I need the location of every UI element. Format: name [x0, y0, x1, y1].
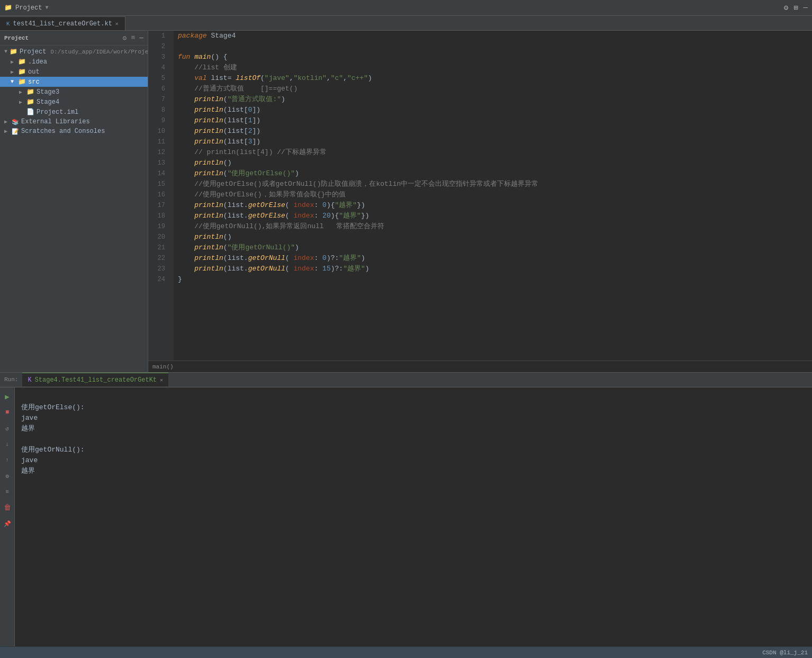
title-bar-project[interactable]: 📁 Project ▼ — [4, 4, 48, 12]
run-panel-sidebar: ▶ ■ ↺ ↓ ↑ ⚙ ≡ 🗑 📌 — [0, 387, 15, 646]
code-line: println(list[3]) — [178, 137, 808, 147]
code-line: println("普通方式取值:") — [178, 94, 808, 105]
line-number: 16 — [148, 190, 169, 200]
sidebar-item-project[interactable]: ▼ 📁 Project D:/study_app/IDEA/work/Proje… — [0, 47, 148, 57]
code-line: //list 创建 — [178, 62, 808, 73]
output-line: 越界 — [21, 466, 806, 476]
src-folder-icon: 📁 — [18, 78, 26, 86]
settings-icon[interactable]: ⚙ — [784, 3, 788, 12]
code-line: //使用getOrElse()，如果异常值会取{}中的值 — [178, 190, 808, 200]
line-number: 5 — [148, 73, 169, 84]
arrow-icon: ▶ — [4, 128, 10, 134]
line-number: 2 — [148, 41, 169, 52]
code-line: //普通方式取值 []==get() — [178, 84, 808, 94]
code-line: println(list.getOrElse( index: 20){"越界"}… — [178, 211, 808, 221]
run-play-button[interactable]: ▶ — [2, 391, 13, 402]
iml-file-icon: 📄 — [26, 108, 34, 116]
line-number: 6 — [148, 84, 169, 94]
sidebar-item-label: Scratches and Consoles — [21, 128, 105, 135]
code-line: println(list[1]) — [178, 115, 808, 126]
sidebar-gear-icon[interactable]: ⚙ — [123, 34, 127, 42]
sidebar-item-label: Stage4 — [37, 98, 59, 106]
sidebar-minimize-icon[interactable]: — — [139, 34, 143, 42]
output-line: jave — [21, 413, 806, 423]
arrow-icon: ▼ — [11, 79, 16, 85]
code-line: package Stage4 — [178, 31, 808, 41]
sidebar-header: Project ⚙ ≡ — — [0, 31, 148, 46]
stage4-folder-icon: 📁 — [26, 98, 34, 106]
line-number: 23 — [148, 264, 169, 274]
code-line: println("使用getOrElse()") — [178, 168, 808, 179]
line-number: 21 — [148, 242, 169, 253]
run-label: Run: — [4, 376, 18, 383]
line-number: 4 — [148, 62, 169, 73]
sidebar-item-stage3[interactable]: ▶ 📁 Stage3 — [0, 87, 148, 97]
code-line — [178, 41, 808, 52]
scratches-icon: 📝 — [12, 128, 19, 135]
breadcrumb: main() — [152, 364, 174, 370]
code-line: println(list[0]) — [178, 105, 808, 115]
run-clear-button[interactable]: 🗑 — [2, 502, 13, 513]
run-tab-main[interactable]: K Stage4.Test41_list_createOrGetKt ✕ — [22, 373, 168, 386]
line-number: 15 — [148, 179, 169, 190]
run-scroll-start-button[interactable]: ↑ — [2, 454, 13, 466]
sidebar-expand-icon[interactable]: ≡ — [131, 34, 135, 42]
sidebar-item-path: D:/study_app/IDEA/work/Project — [50, 49, 148, 55]
output-line: 越界 — [21, 423, 806, 434]
code-line: // println(list[4]) //下标越界异常 — [178, 147, 808, 158]
kotlin-file-icon: K — [6, 21, 10, 27]
line-number: 17 — [148, 200, 169, 211]
sidebar-tree: ▼ 📁 Project D:/study_app/IDEA/work/Proje… — [0, 46, 148, 372]
output-line: 使用getOrNull(): — [21, 445, 806, 455]
arrow-icon: ▶ — [11, 59, 16, 65]
sidebar-item-label: Project — [20, 48, 46, 56]
arrow-icon: ▶ — [19, 99, 24, 105]
code-line: fun main() { — [178, 52, 808, 62]
line-number: 19 — [148, 221, 169, 232]
sidebar-item-label: External Libraries — [21, 118, 90, 125]
tab-label: test41_list_createOrGet.kt — [13, 20, 112, 28]
editor-tab-main[interactable]: K test41_list_createOrGet.kt ✕ — [0, 16, 125, 30]
code-line: val list= listOf("jave","kotlin","c","c+… — [178, 73, 808, 84]
arrow-icon: ▶ — [19, 89, 24, 95]
sidebar-item-stage4[interactable]: ▶ 📁 Stage4 — [0, 97, 148, 107]
layout-icon[interactable]: ⊞ — [793, 3, 798, 12]
sidebar-item-label: Stage3 — [37, 88, 59, 96]
arrow-icon: ▶ — [4, 119, 10, 125]
sidebar-title: Project — [4, 35, 29, 41]
sidebar-item-scratches[interactable]: ▶ 📝 Scratches and Consoles — [0, 127, 148, 136]
run-rerun-button[interactable]: ↺ — [2, 422, 13, 434]
code-editor[interactable]: package Stage4fun main() { //list 创建 val… — [174, 31, 812, 360]
dropdown-icon: ▼ — [45, 5, 48, 11]
sidebar-item-ext-libs[interactable]: ▶ 📚 External Libraries — [0, 117, 148, 127]
editor-area: 12▶3456789101112131415161718192021222324… — [148, 31, 812, 372]
run-tab-close[interactable]: ✕ — [160, 377, 163, 383]
sidebar: Project ⚙ ≡ — ▼ 📁 Project D:/study_app/I… — [0, 31, 148, 372]
line-number: ▶3 — [148, 52, 169, 62]
run-filter-button[interactable]: ≡ — [2, 486, 13, 498]
sidebar-item-project-iml[interactable]: ▶ 📄 Project.iml — [0, 107, 148, 117]
run-scroll-end-button[interactable]: ↓ — [2, 438, 13, 450]
line-number: 10 — [148, 126, 169, 137]
code-container[interactable]: 12▶3456789101112131415161718192021222324… — [148, 31, 812, 360]
run-output: 使用getOrElse():jave越界使用getOrNull():jave越界 — [15, 387, 812, 646]
run-settings-button[interactable]: ⚙ — [2, 470, 13, 482]
run-panel: ▶ ■ ↺ ↓ ↑ ⚙ ≡ 🗑 📌 使用getOrElse():jave越界使用… — [0, 387, 812, 646]
code-line: println(list[2]) — [178, 126, 808, 137]
line-number: 7 — [148, 94, 169, 105]
title-bar-actions: ⚙ ⊞ — — [784, 3, 808, 12]
line-number: 22 — [148, 253, 169, 264]
run-stop-button[interactable]: ■ — [2, 407, 13, 418]
tab-close-button[interactable]: ✕ — [115, 21, 119, 27]
ext-lib-icon: 📚 — [12, 119, 19, 125]
line-number: 1 — [148, 31, 169, 41]
sidebar-item-idea[interactable]: ▶ 📁 .idea — [0, 57, 148, 67]
code-line: println() — [178, 158, 808, 168]
sidebar-item-label: src — [28, 78, 40, 86]
run-pin-button[interactable]: 📌 — [2, 518, 13, 529]
sidebar-header-icons: ⚙ ≡ — — [123, 34, 143, 42]
sidebar-item-src[interactable]: ▼ 📁 src — [0, 77, 148, 87]
arrow-icon: ▼ — [4, 49, 7, 55]
sidebar-item-out[interactable]: ▶ 📁 out — [0, 67, 148, 77]
minimize-icon[interactable]: — — [804, 3, 808, 12]
